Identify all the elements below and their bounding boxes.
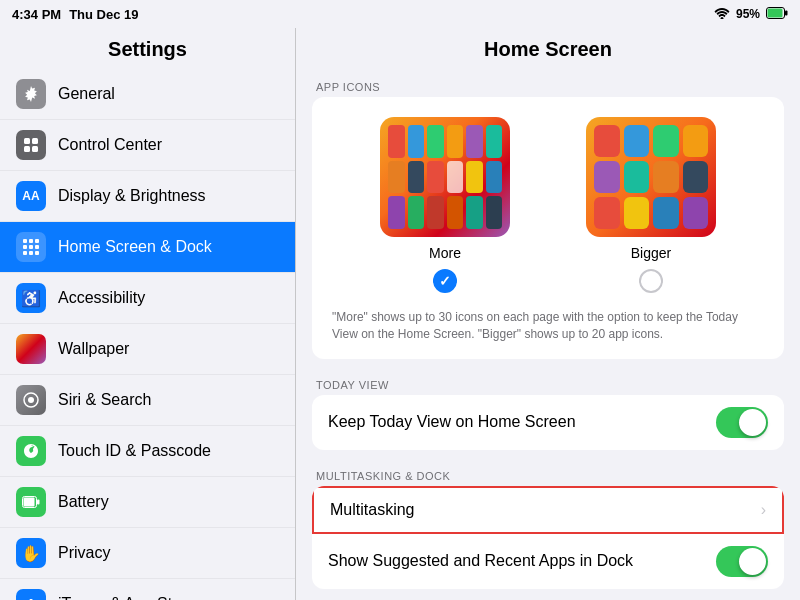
multitasking-label: Multitasking [330, 501, 414, 519]
accessibility-icon: ♿ [16, 283, 46, 313]
sidebar-item-battery[interactable]: Battery [0, 477, 295, 528]
sidebar-item-itunes[interactable]: A iTunes & App Store [0, 579, 295, 600]
sidebar-label-general: General [58, 85, 115, 103]
sidebar-item-control-center[interactable]: Control Center [0, 120, 295, 171]
icon-preview-bigger [586, 117, 716, 237]
battery-icon [766, 7, 788, 22]
general-icon [16, 79, 46, 109]
svg-rect-9 [23, 239, 27, 243]
sidebar-label-accessibility: Accessibility [58, 289, 145, 307]
svg-rect-15 [23, 251, 27, 255]
keep-today-view-label: Keep Today View on Home Screen [328, 413, 576, 431]
content-area: Home Screen APP ICONS [296, 28, 800, 600]
section-label-multitasking: MULTITASKING & DOCK [296, 462, 800, 486]
icon-size-picker: More [312, 97, 784, 303]
svg-rect-13 [29, 245, 33, 249]
svg-rect-22 [24, 498, 35, 507]
keep-today-view-toggle[interactable] [716, 407, 768, 438]
icon-option-more-radio[interactable] [433, 269, 457, 293]
today-view-card: Keep Today View on Home Screen [312, 395, 784, 450]
sidebar-label-wallpaper: Wallpaper [58, 340, 129, 358]
svg-rect-17 [35, 251, 39, 255]
privacy-icon: ✋ [16, 538, 46, 568]
multitasking-row[interactable]: Multitasking › [312, 486, 784, 534]
icon-option-more-label: More [429, 245, 461, 261]
icon-option-bigger-label: Bigger [631, 245, 671, 261]
status-time: 4:34 PM [12, 7, 61, 22]
sidebar-label-itunes: iTunes & App Store [58, 595, 195, 600]
battery-percentage: 95% [736, 7, 760, 21]
svg-rect-7 [24, 146, 30, 152]
status-bar: 4:34 PM Thu Dec 19 95% [0, 0, 800, 28]
sidebar-label-battery: Battery [58, 493, 109, 511]
svg-rect-3 [768, 8, 783, 17]
icon-option-more[interactable]: More [380, 117, 510, 293]
section-label-app-icons: APP ICONS [296, 73, 800, 97]
icons-description: "More" shows up to 30 icons on each page… [312, 303, 784, 359]
icon-preview-more [380, 117, 510, 237]
multitasking-chevron: › [761, 501, 766, 519]
svg-rect-11 [35, 239, 39, 243]
control-center-icon [16, 130, 46, 160]
icon-option-bigger-radio[interactable] [639, 269, 663, 293]
display-brightness-icon: AA [16, 181, 46, 211]
sidebar-item-siri-search[interactable]: Siri & Search [0, 375, 295, 426]
sidebar-item-display-brightness[interactable]: AA Display & Brightness [0, 171, 295, 222]
svg-rect-16 [29, 251, 33, 255]
suggested-apps-toggle[interactable] [716, 546, 768, 577]
battery-icon-sidebar [16, 487, 46, 517]
touch-id-icon [16, 436, 46, 466]
content-title: Home Screen [296, 28, 800, 73]
sidebar-item-accessibility[interactable]: ♿ Accessibility [0, 273, 295, 324]
multitasking-card: Multitasking › Show Suggested and Recent… [312, 486, 784, 589]
sidebar: Settings General Control Center [0, 28, 296, 600]
suggested-apps-label: Show Suggested and Recent Apps in Dock [328, 552, 633, 570]
svg-rect-2 [785, 10, 788, 15]
svg-rect-6 [32, 138, 38, 144]
suggested-apps-row: Show Suggested and Recent Apps in Dock [312, 534, 784, 589]
sidebar-item-home-screen[interactable]: Home Screen & Dock [0, 222, 295, 273]
app-icons-card: More [312, 97, 784, 359]
svg-rect-5 [24, 138, 30, 144]
wifi-icon [714, 7, 730, 22]
sidebar-label-display-brightness: Display & Brightness [58, 187, 206, 205]
itunes-icon: A [16, 589, 46, 600]
wallpaper-icon [16, 334, 46, 364]
sidebar-label-home-screen: Home Screen & Dock [58, 238, 212, 256]
sidebar-title: Settings [0, 28, 295, 69]
home-screen-icon [16, 232, 46, 262]
sidebar-label-privacy: Privacy [58, 544, 110, 562]
sidebar-label-control-center: Control Center [58, 136, 162, 154]
status-day: Thu Dec 19 [69, 7, 138, 22]
section-label-today-view: TODAY VIEW [296, 371, 800, 395]
svg-rect-12 [23, 245, 27, 249]
sidebar-item-wallpaper[interactable]: Wallpaper [0, 324, 295, 375]
keep-today-view-row: Keep Today View on Home Screen [312, 395, 784, 450]
svg-rect-14 [35, 245, 39, 249]
siri-icon [16, 385, 46, 415]
sidebar-label-siri-search: Siri & Search [58, 391, 151, 409]
sidebar-item-privacy[interactable]: ✋ Privacy [0, 528, 295, 579]
svg-rect-8 [32, 146, 38, 152]
svg-point-19 [28, 397, 34, 403]
sidebar-item-general[interactable]: General [0, 69, 295, 120]
icon-option-bigger[interactable]: Bigger [586, 117, 716, 293]
svg-rect-21 [37, 500, 40, 505]
svg-rect-10 [29, 239, 33, 243]
sidebar-label-touch-id: Touch ID & Passcode [58, 442, 211, 460]
svg-point-0 [720, 17, 723, 19]
sidebar-item-touch-id[interactable]: Touch ID & Passcode [0, 426, 295, 477]
